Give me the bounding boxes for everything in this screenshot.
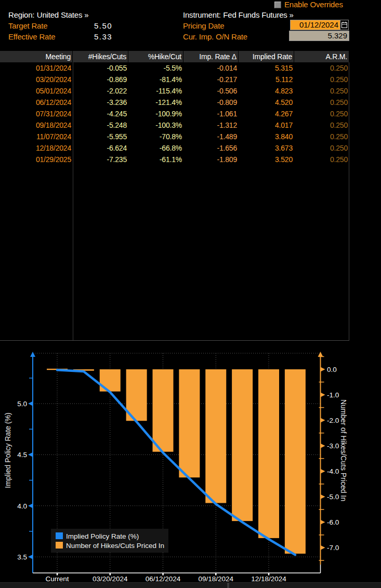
table-cell: -7.235 xyxy=(73,154,128,165)
table-cell: 4.520 xyxy=(239,97,294,108)
svg-text:3.5: 3.5 xyxy=(17,553,27,561)
enable-overrides-checkbox[interactable] xyxy=(274,2,281,8)
table-cell: -1.312 xyxy=(183,119,239,131)
wirp-screen: Enable Overrides Region: United States »… xyxy=(0,0,381,588)
right-axis-title: Number of Hikes/Cuts Priced In xyxy=(339,399,348,501)
svg-text:-7.0: -7.0 xyxy=(327,544,339,552)
cur-imp-on-rate-label: Cur. Imp. O/N Rate xyxy=(183,32,247,41)
column-header: A.R.M. xyxy=(294,51,349,62)
table-cell: -100.9% xyxy=(128,108,183,119)
table-cell: 5.112 xyxy=(239,74,294,85)
table-row[interactable]: 06/12/2024-3.236-121.4%-0.8094.5200.250 xyxy=(0,97,349,108)
table-cell: -66.8% xyxy=(128,142,183,154)
svg-text:-5.0: -5.0 xyxy=(327,493,339,501)
x-tick-label: 09/18/2024 xyxy=(198,575,233,583)
hikes-cuts-bars xyxy=(47,369,306,554)
hikes-bar xyxy=(205,369,226,503)
table-cell: 0.250 xyxy=(294,119,349,131)
pricing-date-label: Pricing Date xyxy=(183,21,224,30)
table-cell: 0.250 xyxy=(294,74,349,85)
effective-rate-label: Effective Rate xyxy=(8,32,55,41)
table-row[interactable]: 01/31/2024-0.055-5.5%-0.0145.3150.250 xyxy=(0,62,349,74)
bottom-panel-edge xyxy=(0,582,381,588)
hikes-bar xyxy=(285,369,306,554)
table-cell: 0.250 xyxy=(294,62,349,74)
table-cell: -0.809 xyxy=(183,97,239,108)
svg-text:-6.0: -6.0 xyxy=(327,518,339,526)
chart-legend: Implied Policy Rate (%)Number of Hikes/C… xyxy=(51,529,168,553)
table-cell: -1.656 xyxy=(183,142,239,154)
x-tick-label: 06/12/2024 xyxy=(146,575,181,583)
table-cell: 03/20/2024 xyxy=(0,74,73,85)
table-cell: 5.315 xyxy=(239,62,294,74)
region-label: Region: xyxy=(8,10,34,19)
instrument-row: Instrument: Fed Funds Futures » xyxy=(183,10,294,20)
table-cell: 0.250 xyxy=(294,131,349,142)
table-cell: -70.8% xyxy=(128,131,183,142)
legend-label: Implied Policy Rate (%) xyxy=(66,532,139,540)
table-cell: 11/07/2024 xyxy=(0,131,73,142)
table-cell: 0.250 xyxy=(294,108,349,119)
svg-text:-4.0: -4.0 xyxy=(327,467,339,475)
svg-text:4.5: 4.5 xyxy=(17,451,27,459)
table-row[interactable]: 09/18/2024-5.248-100.3%-1.3124.0170.250 xyxy=(0,119,349,131)
x-axis: Current03/20/202406/12/202409/18/202412/… xyxy=(33,573,321,583)
svg-text:0.0: 0.0 xyxy=(327,366,337,373)
table-row[interactable]: 05/01/2024-2.022-115.4%-0.5064.8230.250 xyxy=(0,85,349,97)
table-cell: -2.022 xyxy=(73,85,128,97)
table-cell: 12/18/2024 xyxy=(0,142,73,154)
column-header: %Hike/Cut xyxy=(128,51,183,62)
chart-titlebar: Implied Overnight Rate & Number of Hikes… xyxy=(0,341,381,352)
svg-text:-3.0: -3.0 xyxy=(327,442,339,450)
instrument-value-link[interactable]: Fed Funds Futures » xyxy=(223,10,293,19)
svg-text:4.0: 4.0 xyxy=(17,502,27,510)
table-row[interactable]: 07/31/2024-4.245-100.9%-1.0614.2670.250 xyxy=(0,108,349,119)
table-cell: -5.5% xyxy=(128,62,183,74)
table-row[interactable]: 03/20/2024-0.869-81.4%-0.2175.1120.250 xyxy=(0,74,349,85)
table-cell: -121.4% xyxy=(128,97,183,108)
table-row[interactable]: 01/29/2025-7.235-61.1%-1.8093.5200.250 xyxy=(0,154,349,165)
region-row: Region: United States » xyxy=(8,10,88,20)
column-header: Meeting xyxy=(0,51,73,62)
x-tick-label: 03/20/2024 xyxy=(93,575,128,583)
calendar-icon[interactable] xyxy=(340,20,349,30)
x-tick-label: 12/18/2024 xyxy=(251,575,286,583)
target-rate-value: 5.50 xyxy=(94,21,112,30)
table-row[interactable]: 12/18/2024-6.624-66.8%-1.6563.6730.250 xyxy=(0,142,349,154)
chart-canvas: 5.04.54.03.5Implied Policy Rate (%)0.0-1… xyxy=(0,352,381,588)
svg-text:-2.0: -2.0 xyxy=(327,417,339,424)
table-cell: -61.1% xyxy=(128,154,183,165)
table-cell: 4.823 xyxy=(239,85,294,97)
effective-rate-value: 5.33 xyxy=(94,32,112,41)
table-cell: -81.4% xyxy=(128,74,183,85)
table-cell: -0.014 xyxy=(183,62,239,74)
legend-swatch xyxy=(56,542,63,549)
table-cell: -0.217 xyxy=(183,74,239,85)
instrument-label: Instrument: xyxy=(183,10,221,19)
hikes-bar xyxy=(179,369,200,477)
table-cell: 07/31/2024 xyxy=(0,108,73,119)
bottom-panel-divider[interactable] xyxy=(227,583,229,588)
table-cell: -6.624 xyxy=(73,142,128,154)
cur-imp-on-rate-input[interactable]: 5.329 xyxy=(289,31,349,41)
table-cell: -0.506 xyxy=(183,85,239,97)
table-cell: 4.267 xyxy=(239,108,294,119)
table-cell: -1.809 xyxy=(183,154,239,165)
table-cell: 4.017 xyxy=(239,119,294,131)
hikes-bar xyxy=(258,369,279,538)
x-tick-label: Current xyxy=(45,575,69,583)
table-cell: 09/18/2024 xyxy=(0,119,73,131)
table-cell: 0.250 xyxy=(294,97,349,108)
target-rate-label: Target Rate xyxy=(8,21,47,30)
enable-overrides-label: Enable Overrides xyxy=(284,0,343,9)
table-cell: -5.955 xyxy=(73,131,128,142)
right-axis: 0.0-1.0-2.0-3.0-4.0-5.0-6.0-7.0Number of… xyxy=(318,352,348,573)
hikes-bar xyxy=(100,369,121,392)
table-cell: -115.4% xyxy=(128,85,183,97)
region-value-link[interactable]: United States » xyxy=(37,10,89,19)
pricing-date-input[interactable]: 01/12/2024 xyxy=(290,20,340,30)
table-row[interactable]: 11/07/2024-5.955-70.8%-1.4893.8400.250 xyxy=(0,131,349,142)
left-axis: 5.04.54.03.5Implied Policy Rate (%) xyxy=(4,352,35,573)
table-cell: -1.061 xyxy=(183,108,239,119)
column-header: #Hikes/Cuts xyxy=(73,51,128,62)
